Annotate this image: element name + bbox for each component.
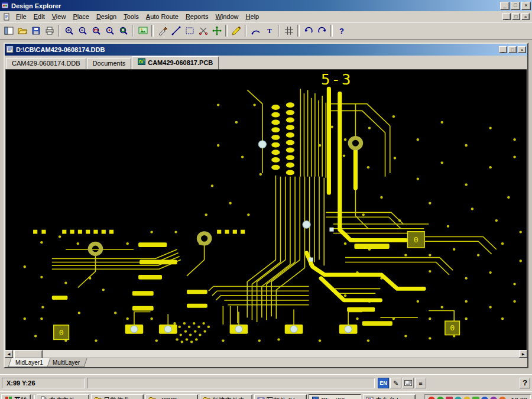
- menu-design[interactable]: Design: [93, 12, 120, 21]
- line-icon[interactable]: [169, 24, 183, 37]
- scrollbar-thumb[interactable]: [14, 350, 43, 359]
- start-button[interactable]: 开始: [1, 394, 31, 399]
- maximize-button[interactable]: □: [511, 2, 520, 10]
- task-button-5[interactable]: 写邮件 (Hua...: [254, 394, 307, 399]
- print-icon[interactable]: [43, 24, 56, 37]
- tray-icon-crimson[interactable]: [446, 397, 453, 399]
- task-button-1[interactable]: 客户文件 在...: [37, 394, 89, 399]
- help-icon[interactable]: ?: [335, 24, 348, 37]
- layer-tab-midlayer1[interactable]: MidLayer1: [8, 358, 51, 367]
- close-button[interactable]: ×: [521, 2, 531, 10]
- select-rect-icon[interactable]: [183, 24, 196, 37]
- window-title: Design Explorer: [11, 2, 499, 9]
- toolbar-separator: [225, 25, 228, 37]
- menu-window[interactable]: Window: [212, 12, 242, 21]
- menu-auto-route[interactable]: Auto Route: [142, 12, 182, 21]
- folder-icon: [148, 396, 156, 399]
- move-icon[interactable]: [210, 24, 223, 37]
- document-restore-button[interactable]: □: [512, 13, 520, 20]
- system-tray: 18:33: [424, 394, 531, 399]
- tray-icon-lime[interactable]: [472, 397, 479, 399]
- document-system-menu-icon[interactable]: [3, 13, 11, 21]
- document-window-maximize-button[interactable]: □: [508, 46, 517, 53]
- menubar: FileEditViewPlaceDesignToolsAuto RouteRe…: [0, 11, 532, 22]
- toolbar-separator: [151, 25, 154, 37]
- zoom-all-icon[interactable]: [116, 24, 130, 37]
- pcb-artwork: 0005-3: [5, 69, 527, 350]
- tab-documents[interactable]: Documents: [87, 58, 132, 69]
- zoom-window-icon[interactable]: [89, 24, 103, 37]
- menu-file[interactable]: File: [12, 12, 30, 21]
- open-icon[interactable]: [15, 24, 29, 37]
- mdi-area: D:\CB\CAM429-0608174.DDB _ □ × CAM429-06…: [0, 40, 532, 374]
- svg-text:0: 0: [59, 328, 64, 337]
- save-icon[interactable]: [29, 24, 43, 37]
- minimize-button[interactable]: _: [500, 2, 510, 10]
- ime-keyboard-icon[interactable]: [403, 378, 414, 388]
- task-label: 写邮件 (Hua...: [267, 396, 304, 399]
- layer-tab-label: MidLayer1: [15, 359, 43, 366]
- string-icon[interactable]: T: [262, 24, 276, 37]
- toolbar-separator: [245, 25, 247, 37]
- zoom-point-icon[interactable]: [103, 24, 116, 37]
- scrollbar-track[interactable]: [13, 350, 519, 358]
- task-button-3[interactable]: gf0005: [145, 394, 198, 399]
- document-close-button[interactable]: ×: [521, 13, 530, 20]
- tray-icon-yellow[interactable]: [463, 397, 471, 399]
- taskbar: 开始 客户文件 在...日常作业gf0005新建文件夹写邮件 (Hua...Cl…: [0, 391, 532, 399]
- menu-reports[interactable]: Reports: [182, 12, 212, 21]
- image-icon[interactable]: [136, 24, 150, 37]
- ime-pen-icon[interactable]: ✎: [390, 378, 401, 388]
- tray-icon-teal[interactable]: [455, 397, 462, 399]
- layer-tab-multilayer[interactable]: MultiLayer: [45, 358, 87, 367]
- menu-help[interactable]: Help: [242, 12, 263, 21]
- tray-icon-purple[interactable]: [490, 397, 497, 399]
- menu-view[interactable]: View: [48, 12, 70, 21]
- horizontal-scrollbar[interactable]: ◀ ▶: [5, 350, 527, 358]
- tab-cam429-0608174-ddb[interactable]: CAM429-0608174.DDB: [6, 58, 86, 69]
- document-window-close-button[interactable]: ×: [518, 46, 526, 53]
- tab-label: CAM429-060817.PCB: [148, 59, 213, 66]
- scroll-right-icon[interactable]: ▶: [519, 350, 527, 358]
- task-button-2[interactable]: 日常作业: [91, 394, 144, 399]
- document-minimize-button[interactable]: _: [502, 13, 511, 20]
- status-help-button[interactable]: ?: [520, 378, 530, 388]
- tray-icon-orange[interactable]: [499, 397, 506, 399]
- zoom-in-icon[interactable]: [62, 24, 76, 37]
- clip-icon[interactable]: [196, 24, 210, 37]
- folder-icon: [203, 396, 210, 399]
- knife-icon[interactable]: [155, 24, 169, 37]
- redo-icon[interactable]: [315, 24, 329, 37]
- task-button-4[interactable]: 新建文件夹: [200, 394, 252, 399]
- grid-icon[interactable]: [282, 24, 296, 37]
- task-button-7[interactable]: 未命名.bmp ...: [363, 394, 416, 399]
- tab-cam429-060817-pcb[interactable]: CAM429-060817.PCB: [132, 56, 219, 70]
- brush-icon[interactable]: [229, 24, 243, 37]
- pcb-label: 5-3: [321, 72, 352, 88]
- tray-icon-blue[interactable]: [481, 397, 488, 399]
- undo-icon[interactable]: [301, 24, 315, 37]
- titlebar[interactable]: Design Explorer _ □ ×: [0, 0, 532, 11]
- scroll-left-icon[interactable]: ◀: [5, 350, 13, 358]
- tray-icon-green[interactable]: [437, 397, 444, 399]
- tab-label: CAM429-0608174.DDB: [12, 60, 80, 67]
- document-titlebar[interactable]: D:\CB\CAM429-0608174.DDB _ □ ×: [5, 44, 527, 56]
- tray-icon-red[interactable]: [428, 397, 435, 399]
- menu-place[interactable]: Place: [69, 12, 93, 21]
- document-window-minimize-button[interactable]: _: [499, 46, 507, 53]
- design-manager-icon[interactable]: [2, 24, 15, 37]
- start-label: 开始: [14, 396, 27, 399]
- ime-options-button[interactable]: ≡: [415, 378, 426, 388]
- arc-icon[interactable]: [249, 24, 262, 37]
- menu-edit[interactable]: Edit: [30, 12, 48, 21]
- pcb-canvas[interactable]: 0005-3: [5, 69, 527, 350]
- clock: 18:33: [511, 397, 527, 399]
- svg-text:?: ?: [339, 27, 344, 35]
- pcb-doc-icon: [138, 58, 145, 67]
- language-indicator[interactable]: EN: [378, 378, 389, 388]
- zoom-out-icon[interactable]: [76, 24, 89, 37]
- task-button-6[interactable]: Client99se: [309, 394, 361, 399]
- menu-tools[interactable]: Tools: [120, 12, 142, 21]
- svg-text:T: T: [267, 27, 272, 34]
- layer-tab-label: MultiLayer: [53, 359, 80, 366]
